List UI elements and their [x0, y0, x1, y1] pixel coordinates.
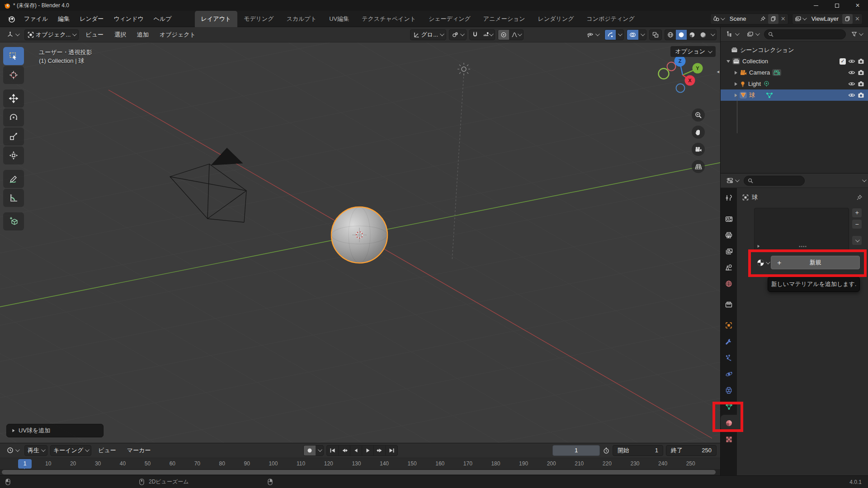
hide-eye-icon[interactable] — [848, 92, 855, 98]
hide-eye-icon[interactable] — [848, 70, 855, 75]
frame-end-field[interactable]: 終了 250 — [666, 445, 717, 456]
autokey-record-button[interactable] — [304, 446, 316, 455]
tab-uv-editing[interactable]: UV編集 — [323, 11, 355, 27]
tab-modeling[interactable]: モデリング — [237, 11, 280, 27]
pin-icon[interactable] — [758, 14, 768, 24]
shading-rendered-button[interactable] — [698, 30, 708, 40]
light-data-icon[interactable] — [763, 80, 770, 87]
visibility-dropdown[interactable] — [583, 29, 602, 40]
outliner-editor-button[interactable] — [723, 29, 741, 40]
disable-render-camera-icon[interactable] — [858, 58, 864, 64]
gizmo-minus-z[interactable] — [676, 84, 685, 93]
tab-scene[interactable] — [721, 259, 737, 276]
copy-icon[interactable] — [842, 14, 853, 24]
transform-orientation-dropdown[interactable]: グロ... — [410, 29, 446, 40]
tab-texture-paint[interactable]: テクスチャペイント — [355, 11, 422, 27]
add-slot-button[interactable]: ＋ — [852, 208, 862, 218]
falloff-dropdown[interactable] — [509, 30, 523, 40]
tab-sculpting[interactable]: スカルプト — [280, 11, 323, 27]
editor-type-button[interactable] — [4, 29, 22, 40]
options-dropdown[interactable]: オプション — [670, 46, 716, 57]
shading-wireframe-button[interactable] — [665, 30, 676, 40]
outliner-row-sphere[interactable]: 球 — [721, 89, 868, 101]
gizmo-toggle[interactable] — [605, 30, 616, 40]
timeline-ruler[interactable]: 1 10203040506070809010011012013014015016… — [0, 458, 720, 469]
jump-end-button[interactable] — [386, 446, 397, 455]
outliner-row-light[interactable]: Light — [721, 78, 868, 89]
prev-frame-button[interactable] — [350, 446, 362, 455]
expand-icon[interactable] — [735, 71, 737, 75]
remove-slot-button[interactable]: − — [852, 219, 862, 229]
proportional-edit-toggle[interactable] — [498, 30, 509, 40]
use-preview-range-icon[interactable] — [603, 447, 610, 454]
pin-icon[interactable] — [856, 194, 863, 201]
outliner-row-camera[interactable]: Camera — [721, 67, 868, 78]
tool-move[interactable] — [3, 89, 24, 108]
scrollbar-thumb[interactable] — [2, 470, 716, 474]
current-frame-marker[interactable]: 1 — [18, 459, 32, 469]
mode-dropdown[interactable]: オブジェク... — [24, 29, 79, 40]
hide-eye-icon[interactable] — [848, 58, 855, 64]
tab-material[interactable] — [721, 415, 737, 431]
camera-view-button[interactable] — [692, 143, 705, 156]
region-toggle-arrow[interactable]: ◂ — [717, 69, 719, 75]
outliner-search-input[interactable] — [764, 29, 846, 39]
tab-modifiers[interactable] — [721, 333, 737, 350]
tool-annotate[interactable] — [3, 170, 24, 188]
current-frame-field[interactable]: 1 — [552, 445, 600, 456]
tab-compositing[interactable]: コンポジティング — [580, 11, 641, 27]
navigation-gizmo[interactable]: Z Y X — [658, 54, 708, 101]
remove-icon[interactable]: ✕ — [853, 14, 862, 24]
tool-measure[interactable] — [3, 189, 24, 207]
filter-dropdown[interactable] — [848, 29, 865, 40]
tool-scale[interactable] — [3, 127, 24, 145]
snap-magnet-toggle[interactable] — [470, 30, 481, 40]
tab-object[interactable] — [721, 317, 737, 333]
shading-dropdown[interactable] — [708, 30, 716, 40]
overlays-toggle[interactable] — [627, 30, 638, 40]
collapse-icon[interactable] — [726, 60, 730, 63]
frame-start-field[interactable]: 開始 1 — [613, 445, 663, 456]
tool-transform[interactable] — [3, 146, 24, 164]
tab-output[interactable] — [721, 227, 737, 243]
scene-selector[interactable]: Scene ✕ — [710, 14, 788, 24]
copy-icon[interactable] — [768, 14, 778, 24]
viewport-menu-view[interactable]: ビュー — [81, 31, 108, 39]
ortho-grid-button[interactable] — [692, 160, 705, 173]
shading-solid-button[interactable] — [676, 30, 687, 40]
next-keyframe-button[interactable] — [374, 446, 386, 455]
collection-checkbox[interactable]: ✓ — [840, 58, 846, 65]
menu-file[interactable]: ファイル — [19, 13, 53, 25]
zoom-button[interactable] — [692, 108, 705, 122]
outliner-row-scene-collection[interactable]: シーンコレクション — [721, 44, 868, 56]
keying-menu[interactable]: キーイング — [50, 445, 91, 456]
tab-physics[interactable] — [721, 366, 737, 382]
tab-view-layer[interactable] — [721, 243, 737, 259]
expand-icon[interactable] — [758, 244, 760, 247]
app-menu-button[interactable] — [4, 15, 19, 23]
overlays-dropdown[interactable] — [638, 30, 646, 40]
disable-render-camera-icon[interactable] — [858, 92, 864, 98]
tool-add-cube[interactable] — [3, 212, 24, 230]
shading-material-button[interactable] — [687, 30, 698, 40]
gizmo-dropdown[interactable] — [616, 30, 623, 40]
autokey-dropdown[interactable] — [316, 446, 323, 455]
tab-object-data[interactable] — [721, 399, 737, 415]
tool-cursor[interactable] — [3, 66, 24, 84]
timeline-scrollbar[interactable] — [0, 469, 720, 475]
operator-panel[interactable]: UV球を追加 — [6, 424, 104, 437]
tool-rotate[interactable] — [3, 108, 24, 127]
properties-search-input[interactable] — [744, 176, 805, 186]
tab-world[interactable] — [721, 276, 737, 292]
tab-layout[interactable]: レイアウト — [195, 11, 238, 27]
pan-hand-button[interactable] — [692, 126, 705, 139]
outliner-row-collection[interactable]: Collection ✓ — [721, 56, 868, 67]
properties-editor-button[interactable] — [723, 175, 741, 186]
tab-render[interactable] — [721, 211, 737, 227]
grip-dots[interactable]: •••• — [799, 244, 807, 249]
viewport-3d[interactable]: オブジェク... ビュー 選択 追加 オブジェクト グロ... — [0, 27, 720, 443]
timeline-editor-button[interactable] — [4, 445, 22, 456]
tab-texture[interactable] — [721, 431, 737, 447]
gizmo-minus-y[interactable] — [659, 69, 669, 79]
new-material-button[interactable]: ＋ 新規 — [771, 256, 860, 269]
